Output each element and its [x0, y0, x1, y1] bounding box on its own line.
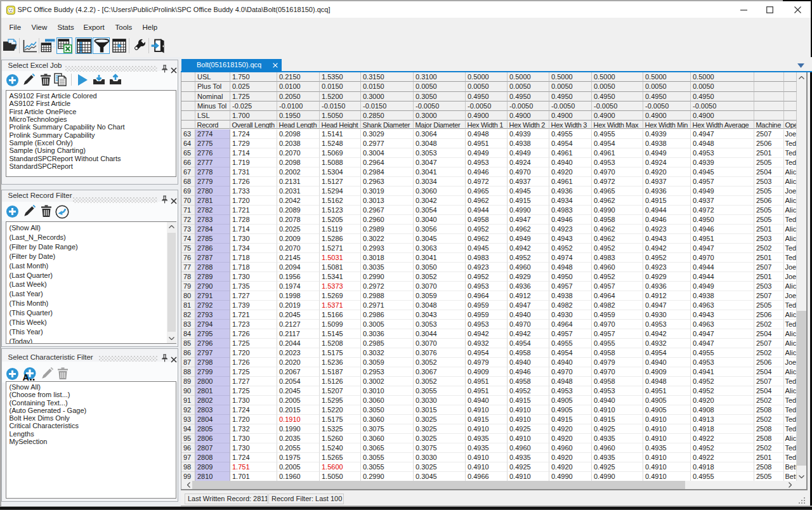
svg-text:A: A — [23, 372, 30, 382]
